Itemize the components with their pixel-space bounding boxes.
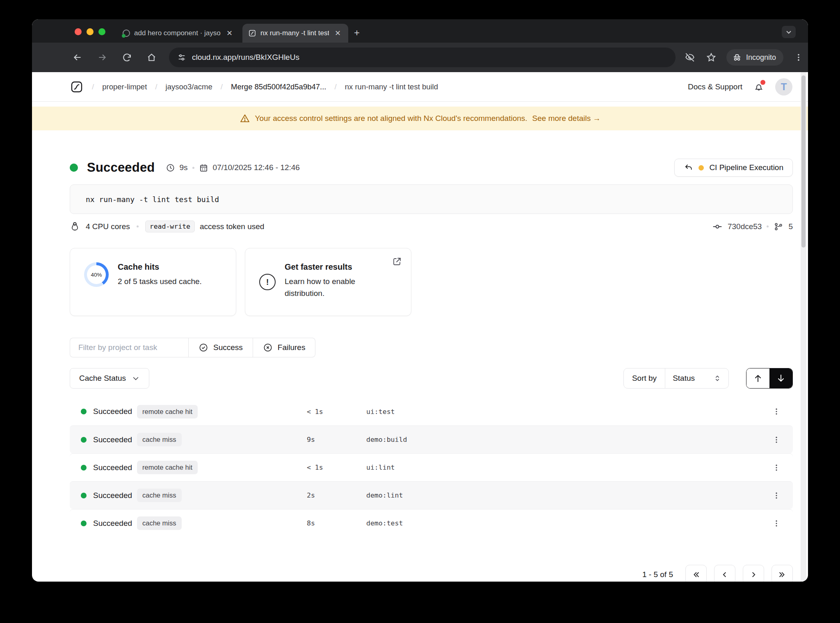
tab-title: nx run-many -t lint test ... fro xyxy=(260,29,329,37)
incognito-icon xyxy=(732,52,742,62)
page-scrollbar[interactable] xyxy=(801,72,806,582)
breadcrumb-workspace[interactable]: proper-limpet xyxy=(102,82,147,91)
docs-support-link[interactable]: Docs & Support xyxy=(688,82,742,91)
browser-toolbar: cloud.nx.app/runs/BkIXGHleUs Incognito xyxy=(32,43,808,72)
previous-page-button[interactable] xyxy=(714,565,735,582)
row-duration: 9s xyxy=(307,436,315,443)
breadcrumb-separator: / xyxy=(155,82,157,91)
url-text: cloud.nx.app/runs/BkIXGHleUs xyxy=(192,53,299,62)
row-menu-icon[interactable] xyxy=(770,517,783,530)
task-row[interactable]: Succeeded cache miss 2s demo:lint xyxy=(70,481,793,509)
row-menu-icon[interactable] xyxy=(770,462,783,474)
tab-nx-run[interactable]: nx run-many -t lint test ... fro ✕ xyxy=(242,24,348,43)
row-task-name: ui:lint xyxy=(366,464,395,471)
success-label: Success xyxy=(213,343,243,352)
cache-percent: 40% xyxy=(84,262,109,287)
status-dot-icon xyxy=(81,493,87,498)
first-page-button[interactable] xyxy=(685,565,707,582)
task-row[interactable]: Succeeded cache miss 8s demo:test xyxy=(70,509,793,537)
task-list: Succeeded remote cache hit < 1s ui:test … xyxy=(70,398,793,537)
run-status-header: Succeeded 9s 07/10/2025 12:46 - 12:46 CI… xyxy=(70,159,793,177)
linux-penguin-icon xyxy=(70,221,80,232)
breadcrumb-run[interactable]: nx run-many -t lint test build xyxy=(345,82,438,91)
cache-status-chip: remote cache hit xyxy=(137,461,198,474)
site-settings-icon[interactable] xyxy=(177,53,186,62)
failures-label: Failures xyxy=(278,343,306,352)
incognito-badge[interactable]: Incognito xyxy=(726,49,783,66)
cache-status-label: Cache Status xyxy=(79,374,126,383)
close-window-button[interactable] xyxy=(75,28,82,35)
minimize-window-button[interactable] xyxy=(87,28,94,35)
tab-search-chevron-icon[interactable] xyxy=(782,26,796,38)
row-status: Succeeded xyxy=(93,407,137,416)
row-menu-icon[interactable] xyxy=(770,434,783,446)
row-menu-icon[interactable] xyxy=(770,405,783,418)
sort-by-group: Sort by Status xyxy=(623,368,729,389)
incognito-label: Incognito xyxy=(746,53,776,62)
notifications-button[interactable] xyxy=(753,81,765,93)
address-bar[interactable]: cloud.nx.app/runs/BkIXGHleUs xyxy=(169,48,676,67)
task-row[interactable]: Succeeded remote cache hit < 1s ui:test xyxy=(70,398,793,425)
faster-results-card[interactable]: ! Get faster results Learn how to enable… xyxy=(245,248,411,316)
home-icon[interactable] xyxy=(142,48,161,67)
filter-input[interactable] xyxy=(70,338,188,357)
pipeline-status-dot xyxy=(698,165,704,171)
select-chevrons-icon xyxy=(714,375,721,382)
tab-add-hero-component[interactable]: add hero component · jaysoo ✕ xyxy=(117,24,240,43)
cache-status-chip: remote cache hit xyxy=(137,405,198,418)
filter-success-toggle[interactable]: Success xyxy=(188,338,253,357)
cache-card-subtitle: 2 of 5 tasks used cache. xyxy=(118,276,212,288)
zoom-window-button[interactable] xyxy=(98,28,105,35)
chevron-down-icon xyxy=(132,374,140,382)
user-avatar[interactable]: T xyxy=(775,78,792,95)
macos-traffic-lights xyxy=(32,28,105,43)
x-circle-icon xyxy=(263,343,273,352)
browser-menu-icon[interactable] xyxy=(789,48,808,67)
close-tab-icon[interactable]: ✕ xyxy=(333,29,342,38)
back-icon[interactable] xyxy=(68,48,87,67)
run-duration: 9s xyxy=(180,163,188,172)
pagination: 1 - 5 of 5 xyxy=(70,565,793,582)
sort-descending-button[interactable] xyxy=(769,368,792,388)
bookmark-star-icon[interactable] xyxy=(702,48,721,67)
commit-sha[interactable]: 730dce53 xyxy=(728,222,762,231)
cache-status-chip: cache miss xyxy=(137,516,182,530)
row-status: Succeeded xyxy=(93,519,137,528)
eye-off-icon[interactable] xyxy=(680,48,699,67)
pipeline-button-label: CI Pipeline Execution xyxy=(709,163,783,172)
banner-details-link[interactable]: See more details → xyxy=(532,114,601,123)
close-tab-icon[interactable]: ✕ xyxy=(225,29,234,38)
row-status: Succeeded xyxy=(93,435,137,444)
cache-status-dropdown[interactable]: Cache Status xyxy=(70,368,149,389)
info-exclamation-icon: ! xyxy=(259,274,276,290)
breadcrumb-merge-commit[interactable]: Merge 85d500f42d5a9b47... xyxy=(231,82,326,91)
row-task-name: demo:lint xyxy=(366,491,403,499)
row-status: Succeeded xyxy=(93,463,137,472)
forward-icon[interactable] xyxy=(93,48,112,67)
cache-hits-card[interactable]: 40% Cache hits 2 of 5 tasks used cache. xyxy=(70,248,236,316)
row-duration: < 1s xyxy=(307,408,323,416)
task-row[interactable]: Succeeded remote cache hit < 1s ui:lint xyxy=(70,453,793,481)
cache-status-chip: cache miss xyxy=(137,433,182,446)
pagination-label: 1 - 5 of 5 xyxy=(642,570,673,579)
filter-failures-toggle[interactable]: Failures xyxy=(253,338,316,357)
nx-cloud-logo-icon[interactable] xyxy=(70,80,84,94)
external-link-icon[interactable] xyxy=(392,257,402,266)
ci-pipeline-execution-button[interactable]: CI Pipeline Execution xyxy=(674,159,793,177)
sort-ascending-button[interactable] xyxy=(746,368,769,388)
cache-ring-chart: 40% xyxy=(84,262,109,287)
new-tab-button[interactable]: + xyxy=(354,27,360,39)
row-menu-icon[interactable] xyxy=(770,489,783,502)
access-token-text: access token used xyxy=(200,222,264,231)
task-row[interactable]: Succeeded cache miss 9s demo:build xyxy=(70,425,793,453)
run-status-title: Succeeded xyxy=(87,160,155,175)
reload-icon[interactable] xyxy=(117,48,136,67)
access-token-chip: read-write xyxy=(145,221,195,232)
last-page-button[interactable] xyxy=(772,565,793,582)
breadcrumb-repo[interactable]: jaysoo3/acme xyxy=(166,82,212,91)
branch-count[interactable]: 5 xyxy=(788,222,793,231)
scrollbar-thumb[interactable] xyxy=(801,75,806,248)
sort-select[interactable]: Status xyxy=(665,368,728,388)
status-dot-icon xyxy=(81,521,87,526)
next-page-button[interactable] xyxy=(743,565,764,582)
